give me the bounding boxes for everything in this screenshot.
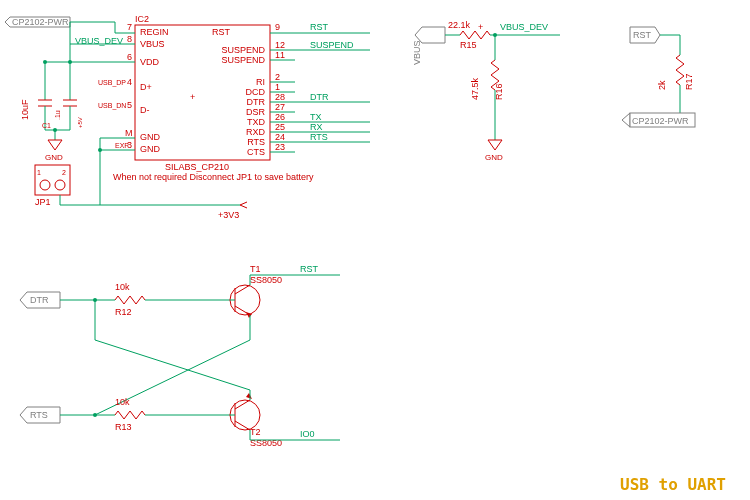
svg-text:2: 2 <box>62 169 66 176</box>
net-rx: RX <box>310 122 323 132</box>
pin-label: CTS <box>247 147 265 157</box>
pin-num: 9 <box>275 22 280 32</box>
svg-text:DTR: DTR <box>30 295 49 305</box>
svg-line-80 <box>235 400 250 409</box>
jp1-ref: JP1 <box>35 197 51 207</box>
pin-label: VBUS <box>140 39 165 49</box>
c1-ref: C1 <box>42 122 51 129</box>
svg-line-77 <box>95 340 250 390</box>
pin-label: GND <box>140 132 161 142</box>
pin-label: VDD <box>140 57 160 67</box>
net-vbus-dev2: VBUS_DEV <box>500 22 548 32</box>
svg-text:IO0: IO0 <box>300 429 315 439</box>
svg-text:1: 1 <box>37 169 41 176</box>
t2-ref: T2 <box>250 427 261 437</box>
pin-num: 8 <box>127 34 132 44</box>
pin-num: 11 <box>275 50 285 60</box>
pin-num: 2 <box>275 72 280 82</box>
r15-symbol <box>460 31 490 39</box>
r13-symbol <box>115 411 145 419</box>
svg-marker-21 <box>48 140 62 150</box>
net-suspend: SUSPEND <box>310 40 354 50</box>
usb-dn-label: USB_DN <box>98 102 126 110</box>
r15-ref: R15 <box>460 40 477 50</box>
svg-text:GND: GND <box>485 153 503 162</box>
svg-text:RST: RST <box>633 30 652 40</box>
svg-text:RST: RST <box>300 264 319 274</box>
pin-label: REGIN <box>140 27 169 37</box>
pin-label: DCD <box>246 87 266 97</box>
pin-label: RST <box>212 27 231 37</box>
pin-label: RTS <box>247 137 265 147</box>
svg-point-26 <box>40 180 50 190</box>
usb-5v-label: +5V <box>77 117 83 128</box>
usb-dp-label: USB_DP <box>98 79 126 87</box>
page-title: USB to UART <box>620 475 726 494</box>
r17-val: 2k <box>657 80 667 90</box>
svg-marker-82 <box>246 393 252 399</box>
svg-point-27 <box>55 180 65 190</box>
svg-marker-55 <box>622 113 630 127</box>
t1-ref: T1 <box>250 264 261 274</box>
c2-val: .1u <box>54 110 61 120</box>
r13-val: 10k <box>115 397 130 407</box>
r17-symbol <box>676 55 684 85</box>
svg-text:CP2102-PWR: CP2102-PWR <box>632 116 689 126</box>
r12-val: 10k <box>115 282 130 292</box>
svg-text:RTS: RTS <box>30 410 48 420</box>
svg-point-73 <box>93 413 97 417</box>
exp-label: EXP <box>115 142 129 149</box>
pin-num: 6 <box>127 52 132 62</box>
pin-num: 5 <box>127 100 132 110</box>
net-dtr: DTR <box>310 92 329 102</box>
svg-text:VBUS: VBUS <box>412 40 422 65</box>
pin-label: D+ <box>140 82 152 92</box>
pin-label: DSR <box>246 107 266 117</box>
t1-val: SS8050 <box>250 275 282 285</box>
net-rts: RTS <box>310 132 328 142</box>
pin-label: DTR <box>247 97 266 107</box>
pin-label: RXD <box>246 127 266 137</box>
pin-num: 24 <box>275 132 285 142</box>
r17-ref: R17 <box>684 73 694 90</box>
note-text: When not required Disconnect JP1 to save… <box>113 172 314 182</box>
plus-mark: + <box>478 22 483 32</box>
pin-label: GND <box>140 144 161 154</box>
pin-num: 4 <box>127 77 132 87</box>
c1-val: 10uF <box>20 99 30 120</box>
svg-line-81 <box>235 421 250 430</box>
svg-text:CP2102-PWR: CP2102-PWR <box>12 17 69 27</box>
pin-num: M <box>125 128 133 138</box>
schematic-canvas: IC2 SILABS_CP210 REGIN VBUS VDD D+ D- GN… <box>0 0 750 500</box>
pin-num: 27 <box>275 102 285 112</box>
net-tx: TX <box>310 112 322 122</box>
gnd-label: GND <box>45 153 63 162</box>
svg-line-32 <box>240 205 247 208</box>
pin-label: SUSPEND <box>221 55 265 65</box>
pin-num: 7 <box>127 22 132 32</box>
gnd-icon <box>488 140 502 150</box>
pin-num: 26 <box>275 112 285 122</box>
svg-point-25 <box>98 148 102 152</box>
pin-num: 25 <box>275 122 285 132</box>
v33-label: +3V3 <box>218 210 239 220</box>
ic-ref: IC2 <box>135 14 149 24</box>
r13-ref: R13 <box>115 422 132 432</box>
net-rst: RST <box>310 22 329 32</box>
pin-label: RI <box>256 77 265 87</box>
svg-line-33 <box>240 202 247 205</box>
pin-num: 1 <box>275 82 280 92</box>
pin-label: TXD <box>247 117 266 127</box>
r16-val: 47.5k <box>470 77 480 100</box>
pin-label: D- <box>140 105 150 115</box>
ic-name: SILABS_CP210 <box>165 162 229 172</box>
pin-num: 12 <box>275 40 285 50</box>
pin-num: 28 <box>275 92 285 102</box>
plus-mark: + <box>190 92 195 102</box>
r12-symbol <box>115 296 145 304</box>
r15-val: 22.1k <box>448 20 471 30</box>
pin-label: SUSPEND <box>221 45 265 55</box>
svg-line-63 <box>235 285 250 294</box>
r12-ref: R12 <box>115 307 132 317</box>
pin-num: 23 <box>275 142 285 152</box>
